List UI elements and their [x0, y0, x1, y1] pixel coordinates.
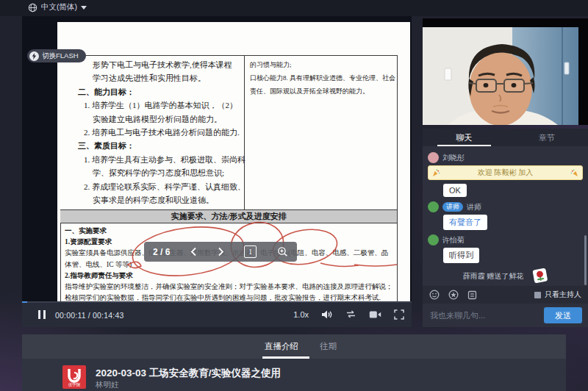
chat-scrollbar[interactable] [584, 235, 587, 285]
gift-message-text: 薛雨霞 赠送了鲜花 [463, 272, 524, 280]
chat-input-row: 发送 [423, 304, 588, 327]
slide-section-header: 实施要求、方法/形式及进度安排 [60, 209, 397, 223]
playback-speed-button[interactable]: 1.0x [293, 310, 309, 319]
chat-tab-bar: 聊天 章节 [423, 129, 588, 146]
prev-page-icon[interactable] [190, 247, 197, 257]
globe-icon [28, 3, 37, 12]
slide-text-line: 1. 培养学生具有主动参与、积极进取、崇尚科 [84, 153, 245, 166]
chat-toolbar: 只看主持人 [423, 286, 588, 304]
webcam-feed [423, 18, 588, 125]
slide-text-line: 学、探究科学的学习态度和思想意识; [93, 166, 245, 179]
slide-text-line: 口核心能力8. 具有理解职业道德、专业伦理、社会 [250, 71, 397, 85]
slide-heading: 2.指导教师责任与要求 [65, 270, 404, 281]
chat-message-header: 刘晓彤 [428, 152, 583, 163]
pause-button[interactable] [38, 310, 46, 319]
document-pager-toolbar: 2 / 6 1 [144, 242, 297, 262]
language-label: 中文(简体) [41, 2, 77, 12]
language-selector[interactable]: 中文(简体) [28, 2, 87, 12]
player-control-bar: 00:00:11 / 00:14:43 1.0x [22, 301, 412, 327]
time-display: 00:00:11 / 00:14:43 [55, 311, 124, 320]
welcome-banner: 欢迎 陈毅彬 加入 [428, 165, 583, 180]
party-popper-icon [570, 169, 578, 177]
switch-flash-button[interactable]: 切换FLASH [27, 49, 86, 62]
tab-chat[interactable]: 聊天 [423, 129, 506, 146]
welcome-banner-text: 欢迎 陈毅彬 加入 [478, 168, 534, 178]
user-avatar-icon [428, 201, 439, 212]
slide-text-line: 指导维护实验室的环境整洁，并确保实验室的安全准则；对于实验基本要求、电路的连接及… [65, 281, 404, 293]
chat-message-list: 刘晓彤 欢迎 陈毅彬 加入 OK 讲师 讲师 有聲音了 [423, 146, 588, 286]
app-window: 中文(简体) 形势下电工与电子技术教学,使得本课程 学习达成先进性和实用性目标。… [0, 0, 588, 391]
course-title: 2020-03-03 工场安全教育/实验仪器之使用 [96, 367, 281, 380]
chevron-down-icon [81, 6, 87, 10]
bottom-panel: 直播介绍 往期 优学院 2020-03-03 工场安全教育/实验仪器之使用 林明… [22, 334, 566, 391]
slide-text-line: 的习惯与能力; [250, 58, 397, 71]
rose-icon [532, 267, 550, 285]
volume-icon[interactable] [321, 309, 333, 320]
slide-text-line: 2. 培养电工与电子技术电路分析问题的能力. [84, 126, 245, 139]
chat-bubble: 有聲音了 [443, 215, 487, 230]
flash-icon [29, 51, 39, 61]
chat-username: 许怡菊 [442, 235, 465, 245]
slide-text-line: 1. 培养学生（1）电路学的基本知识，（2） [84, 98, 245, 112]
lecturer-badge: 讲师 [442, 202, 463, 212]
page-indicator: 2 / 6 [153, 247, 170, 257]
chat-bubble: 听得到 [443, 248, 479, 263]
slide-document: 形势下电工与电子技术教学,使得本课程 学习达成先进性和实用性目标。 二、能力目标… [57, 22, 410, 301]
notes-icon[interactable] [467, 290, 477, 300]
slide-right-column: 的习惯与能力; 口核心能力8. 具有理解职业道德、专业伦理、社会 责任、国际观以… [250, 58, 397, 98]
only-host-label: 只看主持人 [545, 290, 581, 300]
course-info: 优学院 2020-03-03 工场安全教育/实验仪器之使用 林明妵 [22, 359, 566, 391]
chat-bubble: OK [443, 184, 467, 197]
slide-text-line: 检核同学们的实验数据，指导同学们在实验中所遇到的困难与问题，批改实验报告，进行期… [65, 293, 404, 301]
tab-chapters[interactable]: 章节 [506, 129, 588, 146]
gift-flower-icon[interactable] [448, 290, 459, 300]
party-popper-icon [432, 169, 440, 177]
chat-message-header: 许怡菊 [428, 234, 583, 245]
chat-username: 讲师 [467, 202, 481, 212]
page-input[interactable]: 1 [244, 245, 257, 258]
top-bar: 中文(简体) [0, 0, 588, 16]
only-host-toggle[interactable]: 只看主持人 [534, 290, 581, 300]
tab-chat-label: 聊天 [456, 132, 472, 143]
gift-system-message: 薛雨霞 赠送了鲜花 [428, 268, 583, 284]
slide-text-line: 形势下电工与电子技术教学,使得本课程 [93, 58, 245, 71]
player-right-controls: 1.0x [293, 301, 404, 327]
slide-text-line: 实事求是的科学态度和职业道德。 [93, 193, 245, 207]
network-line-icon[interactable] [345, 309, 356, 319]
instructor-name: 林明妵 [96, 380, 119, 390]
slide-heading: 二、能力目标： [78, 85, 245, 98]
slide-text-line: 实验建立电路模型分析问题的能力。 [93, 112, 245, 126]
slide-body: 一、实施要求 1.资源配置要求 实验室须具备电源供应器、信号发生器、万用数字表、… [65, 226, 404, 301]
switch-flash-label: 切换FLASH [42, 51, 79, 61]
chat-message-header: 讲师 讲师 [428, 201, 583, 212]
emoji-icon[interactable] [429, 290, 440, 300]
tab-live-intro[interactable]: 直播介绍 [265, 334, 298, 359]
progress-fill [22, 301, 27, 303]
slide-left-column: 形势下电工与电子技术教学,使得本课程 学习达成先进性和实用性目标。 二、能力目标… [78, 58, 245, 207]
tab-past-sessions[interactable]: 往期 [320, 334, 337, 359]
slide-text-line: 2. 养成理论联系实际、科学严谨、认真细致、 [84, 180, 245, 193]
tab-chapters-label: 章节 [539, 132, 555, 143]
checkbox[interactable] [534, 292, 541, 298]
slide-text-line: 责任、国际观以及开拓全球视野的能力。 [250, 85, 397, 98]
user-avatar-icon [428, 152, 439, 163]
logo-text: 优学院 [63, 381, 85, 387]
chat-username: 刘晓彤 [442, 153, 465, 163]
slide-heading: 三、素质目标： [78, 139, 245, 152]
user-avatar-icon [428, 234, 439, 245]
zoom-in-icon[interactable] [277, 246, 288, 257]
bottom-tab-bar: 直播介绍 往期 [22, 334, 566, 359]
slide-text-line: 学习达成先进性和实用性目标。 [93, 71, 245, 85]
uxueyuan-logo: 优学院 [62, 365, 86, 389]
table-border-top [60, 55, 397, 56]
presenter-video [423, 27, 578, 125]
chat-input[interactable] [429, 310, 538, 320]
camera-icon[interactable] [369, 310, 381, 319]
video-player: 形势下电工与电子技术教学,使得本课程 学习达成先进性和实用性目标。 二、能力目标… [22, 16, 412, 327]
chat-panel: 聊天 章节 刘晓彤 欢迎 陈毅彬 加入 [423, 129, 588, 327]
fullscreen-icon[interactable] [394, 309, 404, 320]
send-button[interactable]: 发送 [544, 307, 582, 323]
next-page-icon[interactable] [218, 247, 224, 257]
slide-heading: 一、实施要求 [65, 226, 404, 237]
